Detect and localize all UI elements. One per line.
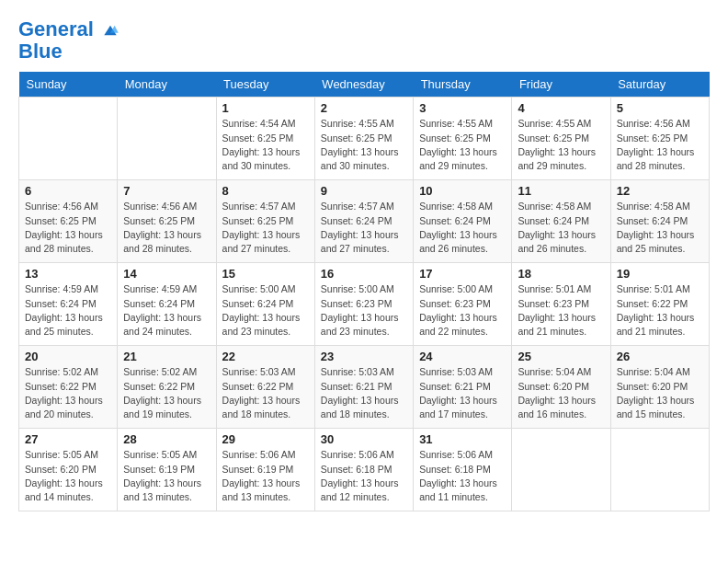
calendar-cell: 2Sunrise: 4:55 AM Sunset: 6:25 PM Daylig… (314, 98, 413, 180)
day-number: 17 (419, 267, 506, 281)
day-number: 31 (419, 432, 506, 446)
calendar-cell: 26Sunrise: 5:04 AM Sunset: 6:20 PM Dayli… (610, 346, 709, 429)
calendar-cell: 21Sunrise: 5:02 AM Sunset: 6:22 PM Dayli… (118, 346, 216, 429)
day-number: 9 (321, 184, 407, 198)
day-number: 26 (617, 350, 703, 363)
day-info: Sunrise: 5:05 AM Sunset: 6:19 PM Dayligh… (123, 448, 210, 504)
logo-subtext: Blue (18, 40, 119, 63)
calendar-week: 1Sunrise: 4:54 AM Sunset: 6:25 PM Daylig… (19, 98, 710, 180)
day-number: 1 (222, 101, 309, 115)
day-info: Sunrise: 5:06 AM Sunset: 6:18 PM Dayligh… (419, 448, 506, 504)
day-info: Sunrise: 5:04 AM Sunset: 6:20 PM Dayligh… (518, 365, 604, 421)
calendar-table: SundayMondayTuesdayWednesdayThursdayFrid… (18, 72, 710, 511)
day-number: 6 (25, 184, 111, 198)
calendar-cell: 29Sunrise: 5:06 AM Sunset: 6:19 PM Dayli… (216, 429, 314, 511)
day-number: 25 (518, 350, 604, 363)
calendar-cell: 17Sunrise: 5:00 AM Sunset: 6:23 PM Dayli… (414, 263, 512, 346)
day-info: Sunrise: 5:00 AM Sunset: 6:23 PM Dayligh… (321, 282, 407, 339)
day-info: Sunrise: 5:04 AM Sunset: 6:20 PM Dayligh… (617, 365, 703, 421)
day-info: Sunrise: 4:58 AM Sunset: 6:24 PM Dayligh… (617, 200, 703, 256)
calendar-cell: 30Sunrise: 5:06 AM Sunset: 6:18 PM Dayli… (314, 429, 413, 511)
day-info: Sunrise: 4:55 AM Sunset: 6:25 PM Dayligh… (419, 117, 506, 173)
day-number: 3 (419, 101, 506, 115)
day-info: Sunrise: 4:58 AM Sunset: 6:24 PM Dayligh… (419, 200, 506, 256)
day-number: 21 (123, 350, 210, 363)
calendar-cell (19, 98, 118, 180)
day-info: Sunrise: 5:02 AM Sunset: 6:22 PM Dayligh… (25, 365, 111, 421)
day-number: 15 (222, 267, 309, 281)
weekday-header: Thursday (414, 72, 512, 98)
weekday-header: Friday (512, 72, 610, 98)
calendar-cell: 25Sunrise: 5:04 AM Sunset: 6:20 PM Dayli… (512, 346, 610, 429)
calendar-cell (610, 429, 709, 511)
logo-text: General (18, 18, 119, 40)
day-number: 8 (222, 184, 309, 198)
day-number: 27 (25, 432, 111, 446)
day-info: Sunrise: 5:03 AM Sunset: 6:21 PM Dayligh… (419, 365, 506, 421)
day-number: 16 (321, 267, 407, 281)
calendar-cell: 22Sunrise: 5:03 AM Sunset: 6:22 PM Dayli… (216, 346, 314, 429)
day-number: 10 (419, 184, 506, 198)
day-info: Sunrise: 4:54 AM Sunset: 6:25 PM Dayligh… (222, 117, 309, 173)
day-number: 11 (518, 184, 604, 198)
calendar-cell: 23Sunrise: 5:03 AM Sunset: 6:21 PM Dayli… (314, 346, 413, 429)
day-info: Sunrise: 5:06 AM Sunset: 6:18 PM Dayligh… (321, 448, 407, 504)
day-info: Sunrise: 5:02 AM Sunset: 6:22 PM Dayligh… (123, 365, 210, 421)
day-info: Sunrise: 5:06 AM Sunset: 6:19 PM Dayligh… (222, 448, 309, 504)
day-info: Sunrise: 5:00 AM Sunset: 6:23 PM Dayligh… (419, 282, 506, 339)
day-number: 30 (321, 432, 407, 446)
day-info: Sunrise: 5:03 AM Sunset: 6:22 PM Dayligh… (222, 365, 309, 421)
calendar-cell: 20Sunrise: 5:02 AM Sunset: 6:22 PM Dayli… (19, 346, 118, 429)
day-info: Sunrise: 4:56 AM Sunset: 6:25 PM Dayligh… (617, 117, 703, 173)
logo: General Blue (18, 18, 119, 63)
day-info: Sunrise: 4:55 AM Sunset: 6:25 PM Dayligh… (321, 117, 407, 173)
day-number: 18 (518, 267, 604, 281)
calendar-cell: 13Sunrise: 4:59 AM Sunset: 6:24 PM Dayli… (19, 263, 118, 346)
weekday-header: Tuesday (216, 72, 314, 98)
day-info: Sunrise: 4:58 AM Sunset: 6:24 PM Dayligh… (518, 200, 604, 256)
day-number: 23 (321, 350, 407, 363)
weekday-header: Saturday (610, 72, 709, 98)
calendar-header: SundayMondayTuesdayWednesdayThursdayFrid… (19, 72, 710, 98)
day-number: 14 (123, 267, 210, 281)
day-info: Sunrise: 4:59 AM Sunset: 6:24 PM Dayligh… (25, 282, 111, 339)
calendar-cell (118, 98, 216, 180)
calendar-cell: 3Sunrise: 4:55 AM Sunset: 6:25 PM Daylig… (414, 98, 512, 180)
day-number: 19 (617, 267, 703, 281)
calendar-cell: 27Sunrise: 5:05 AM Sunset: 6:20 PM Dayli… (19, 429, 118, 511)
calendar-cell: 8Sunrise: 4:57 AM Sunset: 6:25 PM Daylig… (216, 180, 314, 263)
calendar-week: 6Sunrise: 4:56 AM Sunset: 6:25 PM Daylig… (19, 180, 710, 263)
day-info: Sunrise: 4:59 AM Sunset: 6:24 PM Dayligh… (123, 282, 210, 339)
day-info: Sunrise: 5:03 AM Sunset: 6:21 PM Dayligh… (321, 365, 407, 421)
page-header: General Blue (18, 18, 710, 63)
day-number: 28 (123, 432, 210, 446)
calendar-cell: 16Sunrise: 5:00 AM Sunset: 6:23 PM Dayli… (314, 263, 413, 346)
weekday-header: Monday (118, 72, 216, 98)
calendar-cell: 10Sunrise: 4:58 AM Sunset: 6:24 PM Dayli… (414, 180, 512, 263)
calendar-cell: 7Sunrise: 4:56 AM Sunset: 6:25 PM Daylig… (118, 180, 216, 263)
calendar-cell: 15Sunrise: 5:00 AM Sunset: 6:24 PM Dayli… (216, 263, 314, 346)
day-info: Sunrise: 4:57 AM Sunset: 6:25 PM Dayligh… (222, 200, 309, 256)
day-number: 24 (419, 350, 506, 363)
calendar-week: 13Sunrise: 4:59 AM Sunset: 6:24 PM Dayli… (19, 263, 710, 346)
day-info: Sunrise: 5:00 AM Sunset: 6:24 PM Dayligh… (222, 282, 309, 339)
calendar-cell: 28Sunrise: 5:05 AM Sunset: 6:19 PM Dayli… (118, 429, 216, 511)
day-info: Sunrise: 4:55 AM Sunset: 6:25 PM Dayligh… (518, 117, 604, 173)
day-info: Sunrise: 5:01 AM Sunset: 6:23 PM Dayligh… (518, 282, 604, 339)
calendar-cell: 1Sunrise: 4:54 AM Sunset: 6:25 PM Daylig… (216, 98, 314, 180)
weekday-header: Sunday (19, 72, 118, 98)
calendar-cell: 5Sunrise: 4:56 AM Sunset: 6:25 PM Daylig… (610, 98, 709, 180)
day-info: Sunrise: 5:05 AM Sunset: 6:20 PM Dayligh… (25, 448, 111, 504)
day-number: 29 (222, 432, 309, 446)
calendar-cell (512, 429, 610, 511)
calendar-week: 20Sunrise: 5:02 AM Sunset: 6:22 PM Dayli… (19, 346, 710, 429)
calendar-week: 27Sunrise: 5:05 AM Sunset: 6:20 PM Dayli… (19, 429, 710, 511)
day-info: Sunrise: 4:56 AM Sunset: 6:25 PM Dayligh… (123, 200, 210, 256)
calendar-cell: 31Sunrise: 5:06 AM Sunset: 6:18 PM Dayli… (414, 429, 512, 511)
day-number: 7 (123, 184, 210, 198)
calendar-cell: 19Sunrise: 5:01 AM Sunset: 6:22 PM Dayli… (610, 263, 709, 346)
day-number: 22 (222, 350, 309, 363)
calendar-cell: 9Sunrise: 4:57 AM Sunset: 6:24 PM Daylig… (314, 180, 413, 263)
weekday-header: Wednesday (314, 72, 413, 98)
day-number: 12 (617, 184, 703, 198)
